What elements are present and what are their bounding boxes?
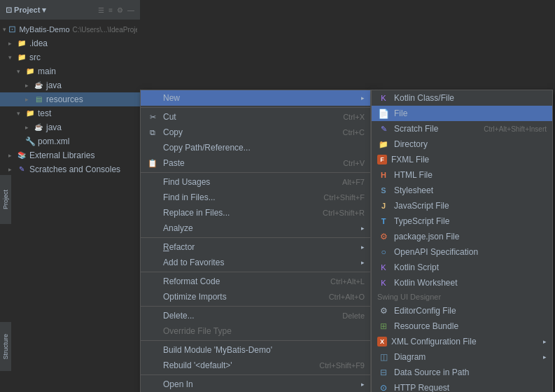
kotlin-class-label: Kotlin Class/File — [394, 93, 547, 103]
submenu-item-datasource[interactable]: ⊟ Data Source in Path — [372, 365, 552, 380]
menu-item-reformat[interactable]: Reformat Code Ctrl+Alt+L — [141, 274, 370, 289]
menu-item-delete[interactable]: Delete... Delete — [141, 308, 370, 323]
structure-side-tab[interactable]: Structure — [0, 322, 11, 371]
tree-item-java[interactable]: ☕ java — [0, 78, 140, 92]
submenu-item-resource-bundle[interactable]: ⊞ Resource Bundle — [372, 318, 552, 334]
find-usages-label: Find Usages — [163, 177, 328, 187]
kotlin-class-icon: K — [377, 92, 390, 104]
project-tree: ⊡ MyBatis-Demo C:\Users\...\IdeaProjects… — [0, 20, 140, 179]
lib-icon: 📚 — [17, 150, 27, 160]
menu-item-analyze[interactable]: Analyze — [141, 220, 370, 236]
menu-separator — [141, 272, 370, 272]
fxml-label: FXML File — [391, 155, 547, 164]
arrow-icon — [17, 110, 24, 117]
paste-label: Paste — [163, 158, 329, 168]
copy-label: Copy — [163, 127, 329, 137]
submenu-item-html[interactable]: H HTML File — [372, 167, 552, 183]
tree-item-src[interactable]: 📁 src — [0, 50, 140, 64]
idea-label: .idea — [29, 38, 48, 48]
refactor-icon — [146, 241, 159, 253]
submenu-item-stylesheet[interactable]: S Stylesheet — [372, 183, 552, 198]
submenu-item-openapi[interactable]: ○ OpenAPI Specification — [372, 244, 552, 260]
cut-shortcut: Ctrl+X — [343, 113, 365, 121]
submenu-item-file[interactable]: 📄 File — [372, 106, 552, 121]
submenu-item-diagram[interactable]: ◫ Diagram — [372, 349, 552, 365]
menu-item-find-usages[interactable]: Find Usages Alt+F7 — [141, 174, 370, 190]
submenu-item-ts[interactable]: T TypeScript File — [372, 214, 552, 229]
tree-item-scratches[interactable]: ✎ Scratches and Consoles — [0, 162, 140, 176]
submenu-item-kotlin-script[interactable]: K Kotlin Script — [372, 260, 552, 275]
panel-icon-list[interactable]: ☰ — [98, 6, 104, 14]
tree-item-pom[interactable]: 🔧 pom.xml — [0, 134, 140, 148]
menu-item-copy-path[interactable]: Copy Path/Reference... — [141, 140, 370, 155]
folder-icon: 📁 — [17, 52, 27, 62]
resource-bundle-icon: ⊞ — [377, 321, 390, 332]
menu-item-build[interactable]: Build Module 'MyBatis-Demo' — [141, 342, 370, 358]
pom-label: pom.xml — [38, 136, 69, 146]
copy-shortcut: Ctrl+C — [343, 128, 365, 136]
menu-item-paste[interactable]: 📋 Paste Ctrl+V — [141, 155, 370, 171]
arrow-icon — [17, 68, 24, 75]
submenu-item-pkgjson[interactable]: ⚙ package.json File — [372, 229, 552, 244]
pkgjson-label: package.json File — [394, 232, 547, 241]
panel-icon-expand[interactable]: ≡ — [108, 6, 113, 14]
datasource-label: Data Source in Path — [394, 368, 547, 377]
menu-item-copy[interactable]: ⧉ Copy Ctrl+C — [141, 125, 370, 140]
folder-icon: 📁 — [25, 108, 35, 118]
panel-icon-minimize[interactable]: — — [127, 6, 134, 14]
menu-item-add-favorites[interactable]: Add to Favorites — [141, 255, 370, 270]
submenu-item-js[interactable]: J JavaScript File — [372, 198, 552, 214]
menu-item-rebuild[interactable]: Rebuild '<default>' Ctrl+Shift+F9 — [141, 358, 370, 373]
file-icon: 📄 — [377, 108, 390, 119]
menu-item-open-in[interactable]: Open In — [141, 377, 370, 392]
editorconfig-label: EditorConfig File — [394, 306, 547, 316]
main-label: main — [38, 66, 56, 76]
submenu-item-editorconfig[interactable]: ⚙ EditorConfig File — [372, 303, 552, 318]
submenu-item-kotlin-worksheet[interactable]: K Kotlin Worksheet — [372, 275, 552, 290]
panel-icon-settings[interactable]: ⚙ — [117, 6, 123, 14]
delete-label: Delete... — [163, 311, 328, 321]
paste-icon: 📋 — [146, 158, 159, 169]
swing-header-label: Swing UI Designer — [377, 293, 547, 301]
menu-separator — [141, 237, 370, 238]
optimize-shortcut: Ctrl+Alt+O — [329, 293, 365, 301]
tree-item-test[interactable]: 📁 test — [0, 106, 140, 120]
tree-item-resources[interactable]: ▤ resources — [0, 92, 140, 106]
tree-item-test-java[interactable]: ☕ java — [0, 120, 140, 134]
xml-config-icon: X — [377, 337, 387, 346]
submenu-item-directory[interactable]: 📁 Directory — [372, 136, 552, 152]
optimize-icon — [146, 291, 159, 302]
tree-item-ext-libs[interactable]: 📚 External Libraries — [0, 148, 140, 162]
scratch-file-label: Scratch File — [394, 124, 484, 134]
arrow-icon — [8, 54, 15, 61]
refactor-label: Refactor — [163, 242, 365, 252]
datasource-icon: ⊟ — [377, 367, 390, 378]
submenu-item-xml-config[interactable]: X XML Configuration File — [372, 334, 552, 349]
tree-item-main[interactable]: 📁 main — [0, 64, 140, 78]
submenu-item-http[interactable]: ⊙ HTTP Request — [372, 380, 552, 392]
menu-item-new[interactable]: New — [141, 90, 370, 106]
reformat-icon — [146, 276, 159, 287]
submenu-item-kotlin-class[interactable]: K Kotlin Class/File — [372, 90, 552, 106]
menu-item-cut[interactable]: ✂ Cut Ctrl+X — [141, 109, 370, 125]
menu-item-optimize[interactable]: Optimize Imports Ctrl+Alt+O — [141, 289, 370, 304]
find-usages-shortcut: Alt+F7 — [342, 178, 365, 186]
menu-item-find-files[interactable]: Find in Files... Ctrl+Shift+F — [141, 190, 370, 205]
context-menu: New ✂ Cut Ctrl+X ⧉ Copy Ctrl+C Copy Path… — [140, 90, 371, 392]
ts-label: TypeScript File — [394, 216, 547, 226]
arrow-icon — [8, 40, 15, 47]
scratch-file-shortcut: Ctrl+Alt+Shift+Insert — [484, 125, 547, 133]
new-submenu: K Kotlin Class/File 📄 File ✎ Scratch Fil… — [371, 90, 553, 392]
tree-item-root[interactable]: ⊡ MyBatis-Demo C:\Users\...\IdeaProjects… — [0, 22, 140, 36]
project-side-tab[interactable]: Project — [0, 175, 11, 224]
arrow-icon — [8, 166, 15, 173]
replace-label: Replace in Files... — [163, 208, 309, 218]
optimize-label: Optimize Imports — [163, 292, 315, 302]
menu-item-replace[interactable]: Replace in Files... Ctrl+Shift+R — [141, 205, 370, 220]
submenu-item-fxml[interactable]: F FXML File — [372, 152, 552, 167]
project-panel: ⊡ Project ▾ ☰ ≡ ⚙ — ⊡ MyBatis-Demo C:\Us… — [0, 0, 140, 392]
submenu-item-scratch-file[interactable]: ✎ Scratch File Ctrl+Alt+Shift+Insert — [372, 121, 552, 136]
xml-config-label: XML Configuration File — [391, 337, 547, 346]
menu-item-refactor[interactable]: Refactor — [141, 239, 370, 255]
tree-item-idea[interactable]: 📁 .idea — [0, 36, 140, 50]
